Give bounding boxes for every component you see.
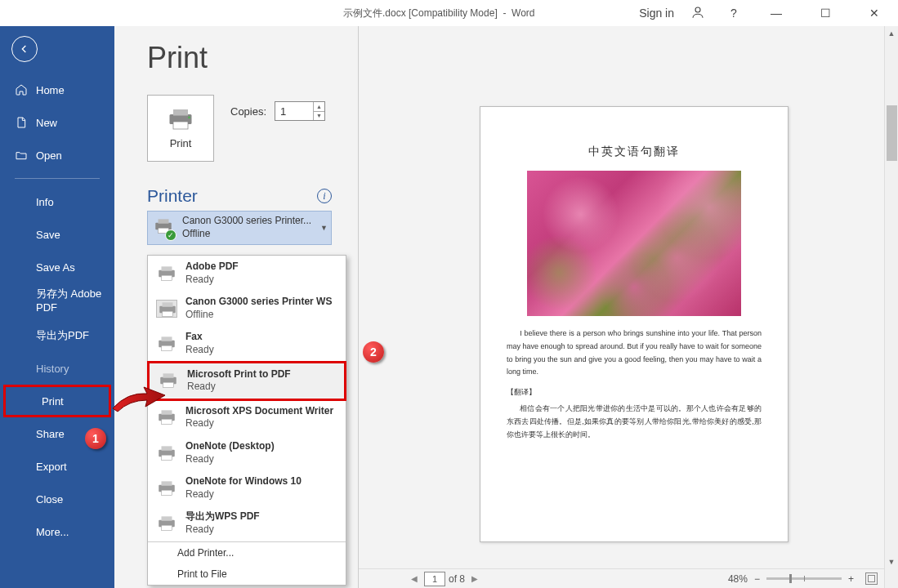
svg-rect-3: [173, 122, 188, 129]
nav-divider: [15, 178, 100, 179]
back-button[interactable]: [11, 36, 38, 62]
svg-rect-31: [162, 525, 172, 531]
option-name: Adobe PDF: [185, 261, 239, 272]
zoom-out-button[interactable]: −: [754, 573, 760, 585]
printer-info-icon[interactable]: i: [317, 189, 332, 203]
selected-printer-name: Canon G3000 series Printer...: [182, 215, 311, 228]
copies-spinner[interactable]: ▲▼: [313, 102, 324, 120]
copies-label: Copies:: [230, 105, 266, 118]
nav-new-label: New: [36, 117, 57, 129]
minimize-button[interactable]: —: [757, 0, 795, 26]
annotation-arrow-icon: [111, 384, 168, 415]
print-preview: 中英文语句翻译 I believe there is a person who …: [358, 26, 898, 588]
status-badge-icon: ✓: [165, 229, 176, 241]
printer-option-onenote-win10[interactable]: OneNote for Windows 10Ready: [148, 470, 346, 506]
option-status: Ready: [185, 523, 260, 537]
nav-print[interactable]: Print: [3, 385, 111, 417]
option-name: Microsoft Print to PDF: [187, 368, 291, 380]
selected-printer-status: Offline: [182, 228, 311, 241]
help-icon[interactable]: ?: [722, 7, 746, 20]
svg-rect-6: [159, 219, 169, 223]
next-page-button[interactable]: ▶: [468, 574, 481, 583]
printer-dropdown: Adobe PDFReady Canon G3000 series Printe…: [147, 255, 346, 586]
nav-saveas[interactable]: Save As: [0, 251, 114, 283]
add-printer-button[interactable]: Add Printer...: [148, 542, 346, 564]
copies-input[interactable]: 1 ▲▼: [275, 101, 325, 121]
svg-rect-18: [163, 373, 174, 377]
printer-option-fax[interactable]: FaxReady: [148, 326, 346, 361]
printer-option-onenote-desktop[interactable]: OneNote (Desktop)Ready: [148, 435, 346, 470]
backstage-sidebar: Home New Open Info Save Save As 另存为 Adob…: [0, 26, 114, 588]
option-status: Offline: [185, 309, 332, 322]
svg-rect-2: [173, 109, 188, 116]
svg-rect-12: [163, 302, 173, 306]
nav-history[interactable]: History: [0, 352, 114, 385]
nav-home-label: Home: [36, 84, 65, 96]
page-number-input[interactable]: 1: [424, 572, 445, 586]
account-icon[interactable]: [686, 5, 710, 22]
print-button[interactable]: Print: [147, 95, 214, 162]
printer-icon: [156, 444, 177, 462]
nav-open[interactable]: Open: [0, 139, 114, 172]
option-name: Microsoft XPS Document Writer: [185, 405, 333, 416]
print-to-file-button[interactable]: Print to File: [148, 564, 346, 585]
nav-export-pdf[interactable]: 导出为PDF: [0, 319, 114, 352]
printer-option-ms-print-pdf[interactable]: Microsoft Print to PDFReady: [147, 361, 346, 401]
home-icon: [15, 83, 28, 96]
zoom-fit-button[interactable]: [865, 572, 878, 585]
printer-option-wps-pdf[interactable]: 导出为WPS PDFReady: [148, 506, 346, 541]
doc-title: 中英文语句翻译: [507, 145, 762, 159]
doc-para-cn: 相信会有一个人把阳光带进你的生活中是可以的。那个人也许会有足够的东西去四处传播。…: [507, 403, 762, 441]
nav-save[interactable]: Save: [0, 218, 114, 251]
page-heading: Print: [147, 41, 358, 75]
svg-point-0: [695, 7, 700, 12]
printer-option-adobe[interactable]: Adobe PDFReady: [148, 256, 346, 291]
annotation-callout-1: 1: [85, 428, 106, 449]
option-status: Ready: [185, 488, 302, 501]
nav-more[interactable]: More...: [0, 515, 114, 548]
preview-status-bar: ◀ 1 of 8 ▶ 48% − +: [359, 568, 884, 588]
option-status: Ready: [187, 381, 291, 394]
scroll-down-icon[interactable]: ▼: [885, 555, 898, 568]
nav-info[interactable]: Info: [0, 185, 114, 218]
title-bar: 示例文件.docx [Compatibility Mode] - Word Si…: [0, 0, 898, 26]
nav-close[interactable]: Close: [0, 483, 114, 515]
printer-icon: [156, 514, 177, 532]
zoom-level-label: 48%: [728, 573, 748, 585]
option-status: Ready: [185, 417, 333, 430]
printer-option-xps[interactable]: Microsoft XPS Document WriterReady: [148, 400, 346, 435]
page-total-label: of 8: [449, 573, 465, 585]
printer-option-canon[interactable]: Canon G3000 series Printer WSOffline: [148, 291, 346, 326]
zoom-slider[interactable]: [766, 577, 842, 580]
printer-status-icon: ✓: [153, 217, 174, 238]
window-title: 示例文件.docx [Compatibility Mode] - Word: [343, 7, 535, 20]
printer-icon: [156, 479, 177, 497]
svg-rect-25: [162, 455, 172, 461]
doc-para-en: I believe there is a person who brings s…: [507, 327, 762, 379]
preview-scrollbar[interactable]: ▲ ▼: [884, 26, 898, 588]
printer-select[interactable]: ✓ Canon G3000 series Printer... Offline …: [147, 211, 332, 245]
zoom-in-button[interactable]: +: [848, 573, 854, 585]
nav-home[interactable]: Home: [0, 74, 114, 106]
svg-rect-27: [162, 481, 172, 485]
option-name: OneNote (Desktop): [185, 440, 275, 452]
nav-saveas-adobe[interactable]: 另存为 Adobe PDF: [0, 283, 114, 319]
annotation-callout-2: 2: [363, 341, 384, 363]
printer-icon: [156, 335, 177, 353]
nav-export[interactable]: Export: [0, 450, 114, 483]
scroll-thumb[interactable]: [887, 105, 897, 161]
nav-new[interactable]: New: [0, 106, 114, 139]
nav-open-label: Open: [36, 149, 62, 162]
doc-image: [527, 171, 741, 316]
svg-rect-30: [162, 516, 172, 520]
close-button[interactable]: ✕: [856, 0, 893, 26]
svg-point-4: [188, 116, 190, 118]
maximize-button[interactable]: ☐: [806, 0, 844, 26]
printer-heading: Printer: [147, 186, 198, 206]
chevron-down-icon: ▼: [320, 224, 328, 232]
svg-rect-9: [162, 266, 172, 270]
signin-button[interactable]: Sign in: [639, 7, 674, 20]
scroll-up-icon[interactable]: ▲: [885, 26, 898, 40]
prev-page-button[interactable]: ◀: [408, 574, 421, 583]
open-icon: [15, 149, 28, 162]
